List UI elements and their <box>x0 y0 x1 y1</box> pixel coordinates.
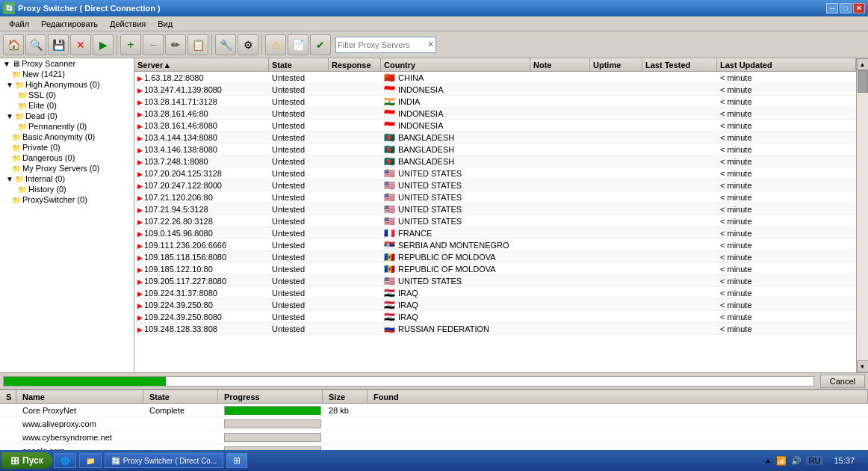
play-button[interactable]: ▶ <box>93 34 114 55</box>
scan-button[interactable]: 🔍 <box>25 34 46 55</box>
proxy-row[interactable]: ▶109.224.39.250:8080 Untested 🇮🇶IRAQ < m… <box>134 311 856 323</box>
alert-button[interactable]: ⚠ <box>265 34 286 55</box>
col-note[interactable]: Note <box>530 58 590 71</box>
filter-input[interactable] <box>338 40 427 49</box>
tree-item-proxy-scanner[interactable]: ▼ 🖥 Proxy Scanner <box>0 58 134 69</box>
tools-button[interactable]: 🔧 <box>215 34 236 55</box>
check-button[interactable]: ✔ <box>310 34 331 55</box>
settings-button[interactable]: ⚙ <box>238 34 258 55</box>
tree-item-permanently[interactable]: 📁 Permanently (0) <box>0 121 134 132</box>
tree-item-high-anon[interactable]: ▼ 📁 High Anonymous (0) <box>0 79 134 90</box>
menubar: Файл Редактировать Действия Вид <box>0 16 868 31</box>
tree-item-basic-anon[interactable]: 📁 Basic Anonymity (0) <box>0 132 134 142</box>
col-country[interactable]: Country <box>381 58 530 71</box>
tray-volume[interactable]: 🔊 <box>791 456 802 466</box>
ie-button[interactable]: 🌐 <box>54 453 76 468</box>
proxy-last-updated: < minute <box>717 133 856 142</box>
tree-item-ssl[interactable]: 📁 SSL (0) <box>0 90 134 100</box>
tree-item-elite[interactable]: 📁 Elite (0) <box>0 100 134 111</box>
tree-item-new[interactable]: 📁 New (1421) <box>0 69 134 79</box>
titlebar: 🔄 Proxy Switcher ( Direct Connection ) ─… <box>0 0 868 16</box>
scroll-down-button[interactable]: ▼ <box>857 360 869 372</box>
remove-button[interactable]: − <box>143 34 164 55</box>
language-indicator[interactable]: RU <box>806 456 824 465</box>
home-button[interactable]: 🏠 <box>3 34 24 55</box>
col-last-tested[interactable]: Last Tested <box>642 58 717 71</box>
edit-button[interactable]: ✏ <box>165 34 186 55</box>
col-server[interactable]: Server ▲ <box>134 58 269 71</box>
tree-item-private[interactable]: 📁 Private (0) <box>0 142 134 153</box>
tree-item-history[interactable]: 📁 History (0) <box>0 184 134 194</box>
col-uptime[interactable]: Uptime <box>590 58 642 71</box>
proxy-row[interactable]: ▶109.248.128.33:808 Untested 🇷🇺RUSSIAN F… <box>134 323 856 335</box>
proxy-scrollbar[interactable]: ▲ ▼ <box>856 58 868 372</box>
tray-network[interactable]: 📶 <box>776 456 787 466</box>
active-window-button[interactable]: 🔄 Proxy Switcher ( Direct Co... <box>105 453 224 468</box>
close-button[interactable]: ✕ <box>853 3 865 13</box>
proxy-row[interactable]: ▶107.21.94.5:3128 Untested 🇺🇸UNITED STAT… <box>134 203 856 215</box>
proxy-row[interactable]: ▶107.20.247.122:8000 Untested 🇺🇸UNITED S… <box>134 179 856 191</box>
bcol-progress[interactable]: Progress <box>218 390 323 403</box>
minimize-button[interactable]: ─ <box>826 3 838 13</box>
col-response[interactable]: Response <box>329 58 381 71</box>
scroll-track[interactable] <box>857 70 868 360</box>
stop-button[interactable]: ✕ <box>70 34 91 55</box>
country-flag: 🇲🇩 <box>384 264 395 274</box>
proxy-row[interactable]: ▶103.28.141.71:3128 Untested 🇮🇳INDIA < m… <box>134 96 856 108</box>
proxy-row[interactable]: ▶109.224.39.250:80 Untested 🇮🇶IRAQ < min… <box>134 299 856 311</box>
proxy-country: 🇺🇸UNITED STATES <box>381 216 530 227</box>
cancel-button[interactable]: Cancel <box>820 375 865 388</box>
proxy-row[interactable]: ▶109.185.122.10:80 Untested 🇲🇩REPUBLIC O… <box>134 263 856 275</box>
menu-file[interactable]: Файл <box>3 18 35 30</box>
tray-expand[interactable]: ▲ <box>765 457 772 464</box>
proxy-row[interactable]: ▶103.28.161.46:8080 Untested 🇮🇩INDONESIA… <box>134 120 856 132</box>
maximize-button[interactable]: □ <box>840 3 852 13</box>
bottom-row[interactable]: www.aliveproxy.com <box>0 417 868 431</box>
folder-icon-5: 📁 <box>15 112 24 120</box>
scroll-up-button[interactable]: ▲ <box>857 58 869 70</box>
bcol-s[interactable]: S <box>0 390 16 403</box>
col-last-updated[interactable]: Last Updated <box>717 58 856 71</box>
bcol-found[interactable]: Found <box>368 390 868 403</box>
proxy-row[interactable]: ▶103.247.41.139:8080 Untested 🇮🇩INDONESI… <box>134 84 856 96</box>
bcol-state[interactable]: State <box>143 390 218 403</box>
bcol-size[interactable]: Size <box>323 390 368 403</box>
save-button[interactable]: 💾 <box>48 34 69 55</box>
bottom-row[interactable]: www.cybersyndrome.net <box>0 431 868 444</box>
proxy-row[interactable]: ▶103.4.146.138:8080 Untested 🇧🇩BANGLADES… <box>134 144 856 156</box>
proxy-row[interactable]: ▶107.21.120.206:80 Untested 🇺🇸UNITED STA… <box>134 191 856 203</box>
tree-item-dangerous[interactable]: 📁 Dangerous (0) <box>0 153 134 163</box>
menu-actions[interactable]: Действия <box>104 18 152 30</box>
proxy-row[interactable]: ▶109.185.118.156:8080 Untested 🇲🇩REPUBLI… <box>134 251 856 263</box>
proxy-row[interactable]: ▶107.20.204.125:3128 Untested 🇺🇸UNITED S… <box>134 167 856 179</box>
start-button[interactable]: ⊞ Пуск <box>1 452 52 469</box>
filter-clear-button[interactable]: ✕ <box>427 40 434 49</box>
tree-item-dead[interactable]: ▼ 📁 Dead (0) <box>0 111 134 121</box>
bottom-row[interactable]: Core ProxyNet Complete 28 kb <box>0 404 868 417</box>
menu-view[interactable]: Вид <box>152 18 179 30</box>
explorer-button[interactable]: 📁 <box>79 453 102 468</box>
proxy-row[interactable]: ▶109.0.145.96:8080 Untested 🇫🇷FRANCE < m… <box>134 227 856 239</box>
bcol-name[interactable]: Name <box>16 390 143 403</box>
proxy-row[interactable]: ▶103.4.144.134:8080 Untested 🇧🇩BANGLADES… <box>134 132 856 144</box>
list-button[interactable]: 📄 <box>288 34 309 55</box>
proxy-row[interactable]: ▶109.224.31.37:8080 Untested 🇮🇶IRAQ < mi… <box>134 287 856 299</box>
tree-item-my-proxy[interactable]: 📁 My Proxy Servers (0) <box>0 163 134 173</box>
proxy-server: ▶109.185.118.156:8080 <box>134 253 269 262</box>
proxy-row[interactable]: ▶103.7.248.1:8080 Untested 🇧🇩BANGLADESH … <box>134 156 856 167</box>
program-button[interactable]: ⊞ <box>226 453 247 468</box>
scroll-thumb[interactable] <box>858 70 868 93</box>
add-button[interactable]: + <box>120 34 141 55</box>
proxy-row[interactable]: ▶109.205.117.227:8080 Untested 🇺🇸UNITED … <box>134 275 856 287</box>
proxy-row[interactable]: ▶109.111.236.206:6666 Untested 🇷🇸SERBIA … <box>134 239 856 251</box>
proxy-row[interactable]: ▶1.63.18.22:8080 Untested 🇨🇳CHINA < minu… <box>134 72 856 84</box>
tree-item-internal[interactable]: ▼ 📁 Internal (0) <box>0 173 134 184</box>
col-state[interactable]: State <box>269 58 329 71</box>
menu-edit[interactable]: Редактировать <box>35 18 104 30</box>
proxy-row[interactable]: ▶107.22.26.80:3128 Untested 🇺🇸UNITED STA… <box>134 215 856 227</box>
main-progress-fill <box>4 377 166 386</box>
copy-button[interactable]: 📋 <box>187 34 208 55</box>
proxy-row[interactable]: ▶103.28.161.46:80 Untested 🇮🇩INDONESIA <… <box>134 108 856 120</box>
tree-item-proxy-switcher[interactable]: 📁 ProxySwitcher (0) <box>0 194 134 205</box>
proxy-last-updated: < minute <box>717 289 856 298</box>
